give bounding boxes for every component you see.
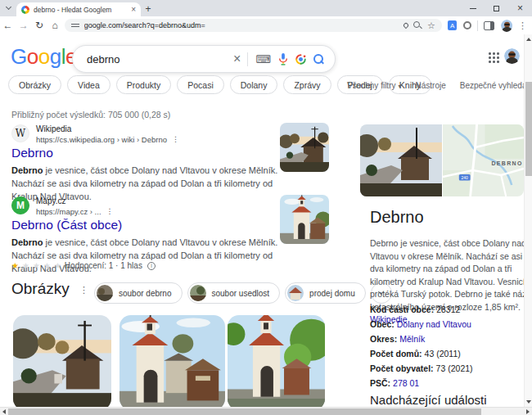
avatar-image — [501, 20, 512, 32]
result-source: Wikipedia https://cs.wikipedia.org › wik… — [36, 124, 179, 144]
result-title-link[interactable]: Debrno — [11, 146, 53, 160]
clear-search-icon[interactable]: × — [233, 52, 241, 66]
fact-kod-casti-obce: Kód části obce:28312 — [370, 304, 524, 314]
vertical-scrollbar-thumb[interactable] — [525, 82, 532, 176]
google-favicon-icon — [21, 6, 29, 14]
okres-link[interactable]: Mělník — [399, 334, 425, 344]
knowledge-panel-title: Debrno — [370, 208, 424, 227]
star-icon: ★ — [54, 261, 62, 270]
all-filters-button[interactable]: Všechny filtry▾ — [347, 81, 401, 90]
source-breadcrumb[interactable]: https://mapy.cz › ... — [36, 207, 101, 216]
browser-toolbar: ← → ↻ ⌂ google.com/search?q=debrno&udm= … — [0, 16, 532, 34]
browser-menu-icon[interactable]: ⋮ — [518, 20, 527, 31]
filter-chip-pocasi[interactable]: Pocasi — [177, 75, 224, 94]
filter-chip-dolany[interactable]: Dolany — [230, 75, 278, 94]
side-panel-icon[interactable] — [484, 21, 494, 30]
search-input[interactable]: debrno × ⌨ — [72, 45, 336, 73]
knowledge-panel-map[interactable]: DEBRNO 240 — [443, 124, 524, 196]
search-query-text[interactable]: debrno — [87, 53, 233, 65]
image-result-3[interactable] — [228, 315, 325, 407]
scroll-left-icon[interactable] — [2, 409, 6, 414]
fact-pocet-domu: Počet domů:43 (2011) — [370, 349, 524, 359]
browser-profile-avatar[interactable] — [501, 20, 512, 32]
google-lens-icon[interactable] — [295, 54, 306, 65]
source-name[interactable]: Mapy.cz — [36, 196, 114, 205]
scroll-right-icon[interactable] — [526, 409, 530, 414]
image-chip-soubor-debrno[interactable]: soubor debrno — [94, 282, 183, 304]
maximize-icon — [494, 6, 499, 11]
tools-button[interactable]: Nástroje — [415, 81, 445, 90]
bookmark-star-icon[interactable]: ☆ — [427, 21, 435, 30]
image-chip-prodej-domu[interactable]: prodej domu — [285, 282, 366, 304]
home-button[interactable]: ⌂ — [47, 20, 63, 31]
maximize-button[interactable] — [485, 0, 508, 16]
result-title-link[interactable]: Debrno (Část obce) — [11, 218, 122, 232]
searchbox-divider — [247, 52, 248, 66]
star-icon: ★ — [11, 261, 20, 270]
vertical-scrollbar[interactable] — [524, 34, 532, 407]
google-search-page: Google debrno × ⌨ Obrázky Videa Produkty… — [0, 34, 532, 415]
horizontal-scrollbar-thumb[interactable] — [8, 408, 481, 415]
obec-link[interactable]: Dolany nad Vltavou — [397, 319, 471, 329]
zoom-icon[interactable] — [413, 21, 422, 30]
image-result-2[interactable] — [119, 315, 225, 407]
tab-search-button[interactable] — [0, 0, 16, 16]
url-text[interactable]: google.com/search?q=debrno&udm= — [84, 21, 399, 29]
avatar-image — [504, 48, 520, 64]
back-button[interactable]: ← — [0, 20, 16, 31]
window-controls: × — [461, 0, 532, 16]
fact-obec: Obec:Dolany nad Vltavou — [370, 319, 524, 329]
tab-title: debrno - Hledat Googlem — [34, 6, 127, 14]
reload-button[interactable]: ↻ — [31, 20, 47, 31]
site-settings-icon[interactable] — [71, 22, 79, 29]
info-icon[interactable]: i — [147, 262, 156, 270]
filter-chip-videa[interactable]: Videa — [67, 75, 110, 94]
fact-pocet-obyvatel: Počet obyvatel:73 (2021) — [370, 363, 524, 373]
source-name[interactable]: Wikipedia — [36, 124, 179, 133]
star-icon: ★ — [22, 261, 30, 270]
result-menu-icon[interactable]: ⋮ — [106, 207, 114, 216]
upcoming-events-title: Nadcházející události — [370, 393, 487, 407]
account-avatar[interactable] — [504, 48, 520, 64]
filter-links: Všechny filtry▾ Nástroje Bezpečné vyhled… — [347, 81, 524, 90]
browser-titlebar: debrno - Hledat Googlem × + × — [0, 0, 532, 16]
image-result-1[interactable] — [13, 315, 111, 407]
page-content: Google debrno × ⌨ Obrázky Videa Produkty… — [0, 34, 524, 407]
wikipedia-favicon: W — [11, 124, 29, 142]
browser-tab[interactable]: debrno - Hledat Googlem × — [16, 2, 141, 16]
keyboard-icon[interactable]: ⌨ — [255, 53, 271, 65]
image-chip-soubor-usedlost[interactable]: soubor usedlost — [187, 282, 281, 304]
filter-chip-produkty[interactable]: Produkty — [116, 75, 171, 94]
psc-link[interactable]: 278 01 — [393, 378, 419, 388]
google-logo[interactable]: Google — [11, 44, 77, 70]
new-tab-button[interactable]: + — [141, 2, 156, 16]
star-icon: ★ — [43, 261, 52, 270]
scroll-down-icon[interactable] — [526, 400, 531, 404]
voice-search-icon[interactable] — [278, 53, 288, 65]
google-apps-icon[interactable] — [489, 52, 499, 63]
minimize-button[interactable] — [461, 0, 485, 16]
extension-icon[interactable] — [463, 21, 471, 29]
images-section-title: Obrázky — [11, 280, 70, 298]
close-window-button[interactable]: × — [508, 0, 532, 16]
location-icon[interactable] — [403, 22, 409, 29]
road-badge-number: 240 — [462, 176, 468, 180]
forward-button[interactable]: → — [16, 20, 31, 31]
result-thumbnail[interactable] — [280, 195, 329, 244]
images-menu-icon[interactable]: ⋮ — [79, 285, 88, 295]
scroll-up-icon[interactable] — [526, 38, 531, 41]
result-menu-icon[interactable]: ⋮ — [172, 135, 179, 144]
safe-search-button[interactable]: Bezpečné vyhledávání — [460, 81, 524, 90]
star-icon: ★ — [33, 261, 41, 270]
horizontal-scrollbar[interactable] — [0, 407, 532, 415]
minimize-icon — [470, 8, 476, 9]
filter-chip-zpravy[interactable]: Zprávy — [283, 75, 331, 94]
search-button-icon[interactable] — [313, 54, 324, 65]
address-bar[interactable]: google.com/search?q=debrno&udm= ☆ — [65, 19, 442, 32]
knowledge-panel-photo[interactable] — [360, 124, 442, 196]
result-thumbnail[interactable] — [280, 123, 329, 172]
filter-chip-obrazky[interactable]: Obrázky — [8, 75, 61, 94]
translate-extension-icon[interactable]: A — [448, 20, 458, 30]
source-breadcrumb[interactable]: https://cs.wikipedia.org › wiki › Debrno — [36, 135, 167, 144]
tab-close-icon[interactable]: × — [131, 6, 136, 14]
